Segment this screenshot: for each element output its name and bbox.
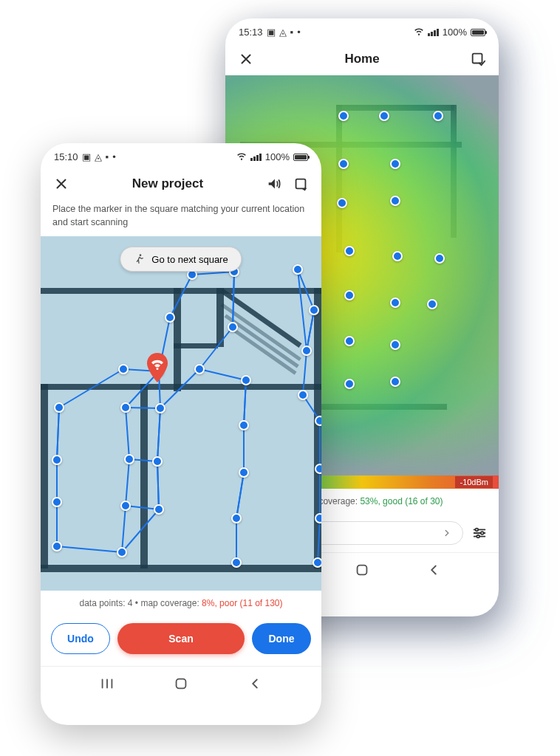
status-time: 15:13 [239, 27, 263, 38]
scan-point[interactable] [293, 264, 303, 275]
svg-rect-9 [296, 179, 306, 189]
scan-button[interactable]: Scan [117, 623, 245, 654]
scan-point[interactable] [241, 375, 251, 385]
svg-line-56 [122, 506, 126, 552]
scan-point[interactable] [344, 336, 355, 346]
scan-point[interactable] [54, 402, 64, 413]
scan-point[interactable] [154, 504, 164, 515]
scan-point[interactable] [239, 467, 249, 478]
cast-icon: ◬ [95, 151, 102, 162]
app-bar: New project [41, 168, 321, 200]
stats-prefix: data points: 4 • map coverage: [79, 598, 202, 608]
scan-point[interactable] [315, 464, 321, 474]
scan-point[interactable] [427, 299, 437, 309]
scan-point[interactable] [301, 346, 312, 356]
scan-point[interactable] [434, 253, 445, 264]
svg-line-43 [59, 369, 123, 408]
scan-point[interactable] [344, 246, 355, 256]
settings-check-icon[interactable] [469, 50, 487, 68]
stats-bar: data points: 4 • map coverage: 8%, poor … [41, 591, 321, 616]
svg-rect-0 [473, 54, 482, 63]
scan-point[interactable] [239, 420, 249, 430]
scan-point[interactable] [152, 456, 163, 467]
next-square-button[interactable]: Go to next square [120, 247, 242, 272]
scan-point[interactable] [390, 159, 400, 169]
close-icon[interactable] [52, 175, 70, 193]
svg-line-38 [57, 546, 122, 552]
signal-icon [250, 154, 262, 161]
wifi-pin[interactable] [146, 353, 169, 382]
scan-point[interactable] [338, 159, 349, 169]
svg-point-6 [481, 532, 484, 535]
dot-icon: • [112, 151, 116, 162]
scan-point[interactable] [52, 455, 62, 465]
wifi-icon [414, 26, 424, 38]
svg-line-37 [318, 518, 320, 563]
dot-icon: • [297, 27, 301, 38]
scan-point[interactable] [165, 312, 175, 323]
scan-point[interactable] [313, 557, 321, 568]
scan-point[interactable] [124, 454, 134, 464]
nav-home-icon[interactable] [173, 676, 189, 692]
stats-quality: 53%, good (16 of 30) [360, 496, 443, 506]
scan-point[interactable] [344, 379, 355, 389]
scan-point[interactable] [298, 390, 308, 400]
undo-button[interactable]: Undo [51, 623, 110, 654]
next-square-label: Go to next square [151, 254, 228, 265]
scan-point[interactable] [337, 198, 347, 208]
filter-icon[interactable] [471, 524, 488, 542]
scan-point[interactable] [120, 501, 131, 511]
button-row: Undo Scan Done [41, 616, 321, 666]
screenshot-icon: ▪ [106, 151, 109, 162]
walk-icon [134, 253, 146, 265]
scan-point[interactable] [390, 340, 400, 350]
nav-recents-icon[interactable] [99, 676, 115, 692]
battery-icon [293, 154, 308, 161]
svg-line-35 [122, 509, 159, 552]
gallery-icon: ▣ [267, 27, 276, 38]
scan-point[interactable] [390, 196, 400, 206]
scan-point[interactable] [344, 290, 355, 300]
svg-line-54 [236, 472, 244, 518]
svg-line-20 [199, 369, 246, 380]
scan-point[interactable] [390, 377, 400, 387]
svg-line-40 [233, 272, 234, 327]
scan-point[interactable] [231, 557, 242, 568]
scan-point[interactable] [315, 513, 321, 523]
scan-point[interactable] [120, 402, 131, 413]
battery-text: 100% [265, 151, 290, 162]
done-button[interactable]: Done [252, 623, 311, 654]
scan-point[interactable] [231, 513, 242, 523]
scan-point[interactable] [117, 547, 127, 557]
scan-point[interactable] [118, 364, 129, 374]
scan-point[interactable] [379, 111, 389, 121]
scan-point[interactable] [52, 541, 62, 551]
scan-point[interactable] [228, 322, 238, 332]
scan-point[interactable] [433, 111, 443, 121]
nav-back-icon[interactable] [247, 676, 263, 692]
scan-point[interactable] [194, 364, 205, 374]
scan-point[interactable] [155, 403, 165, 413]
scan-canvas[interactable]: Go to next square [41, 236, 321, 591]
svg-line-53 [157, 461, 159, 509]
rotate-icon[interactable] [292, 175, 310, 193]
svg-line-49 [157, 408, 160, 461]
scan-point[interactable] [52, 497, 62, 507]
app-title: Home [264, 52, 460, 66]
svg-rect-57 [177, 679, 186, 689]
legend-max: -10dBm [455, 476, 493, 488]
scan-point[interactable] [315, 416, 321, 426]
svg-line-17 [303, 351, 307, 395]
close-icon[interactable] [237, 50, 255, 68]
status-bar: 15:10 ▣ ◬ ▪ • 100% [41, 143, 321, 168]
scan-point[interactable] [338, 111, 349, 121]
svg-line-52 [126, 459, 129, 506]
scan-point[interactable] [392, 251, 403, 261]
chevron-right-icon [442, 528, 452, 538]
scan-point[interactable] [309, 305, 319, 315]
status-bar: 15:13 ▣ ◬ ▪ • 100% [225, 18, 499, 43]
volume-icon[interactable] [265, 175, 283, 193]
nav-back-icon[interactable] [426, 562, 442, 578]
scan-point[interactable] [390, 298, 400, 308]
nav-home-icon[interactable] [354, 562, 370, 578]
